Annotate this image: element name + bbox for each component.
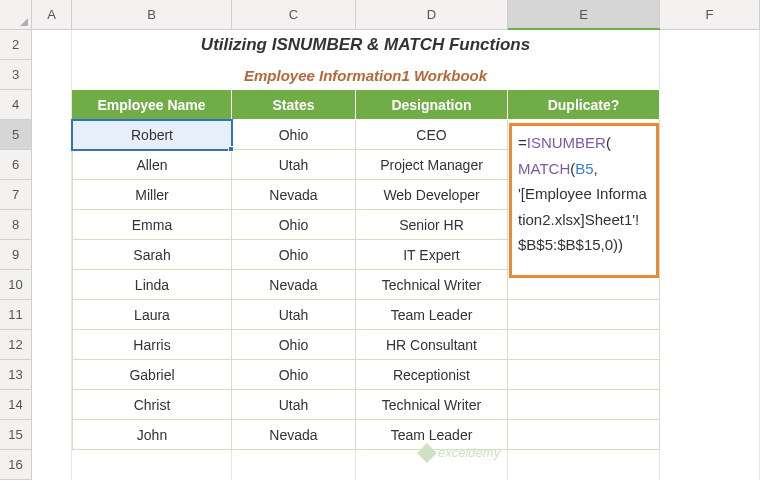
cell-A9[interactable] [32,240,72,270]
col-header-E[interactable]: E [508,0,660,30]
row-header-7[interactable]: 7 [0,180,32,210]
row-header-12[interactable]: 12 [0,330,32,360]
cell-A13[interactable] [32,360,72,390]
cell-C5[interactable]: Ohio [232,120,356,150]
cell-B11[interactable]: Laura [72,300,232,330]
cell-F6[interactable] [660,150,760,180]
cell-F5[interactable] [660,120,760,150]
cell-F14[interactable] [660,390,760,420]
cell-C16[interactable] [232,450,356,480]
cell-B12[interactable]: Harris [72,330,232,360]
header-designation[interactable]: Designation [356,90,508,120]
cell-E16[interactable] [508,450,660,480]
cell-A6[interactable] [32,150,72,180]
col-header-C[interactable]: C [232,0,356,30]
cell-D12[interactable]: HR Consultant [356,330,508,360]
cell-C14[interactable]: Utah [232,390,356,420]
row-header-8[interactable]: 8 [0,210,32,240]
cell-B5[interactable]: Robert [72,120,232,150]
header-states[interactable]: States [232,90,356,120]
cell-C15[interactable]: Nevada [232,420,356,450]
cell-A16[interactable] [32,450,72,480]
cell-F8[interactable] [660,210,760,240]
header-duplicate[interactable]: Duplicate? [508,90,660,120]
row-header-13[interactable]: 13 [0,360,32,390]
col-header-F[interactable]: F [660,0,760,30]
cell-D14[interactable]: Technical Writer [356,390,508,420]
cell-C10[interactable]: Nevada [232,270,356,300]
cell-F16[interactable] [660,450,760,480]
row-header-16[interactable]: 16 [0,450,32,480]
header-employee-name[interactable]: Employee Name [72,90,232,120]
cell-F4[interactable] [660,90,760,120]
cell-F15[interactable] [660,420,760,450]
cell-A15[interactable] [32,420,72,450]
cell-F11[interactable] [660,300,760,330]
cell-D10[interactable]: Technical Writer [356,270,508,300]
col-header-D[interactable]: D [356,0,508,30]
cell-D11[interactable]: Team Leader [356,300,508,330]
cell-B14[interactable]: Christ [72,390,232,420]
cell-F9[interactable] [660,240,760,270]
cell-C8[interactable]: Ohio [232,210,356,240]
cell-F13[interactable] [660,360,760,390]
fill-handle[interactable] [228,146,234,152]
cell-D6[interactable]: Project Manager [356,150,508,180]
cell-A4[interactable] [32,90,72,120]
cell-C13[interactable]: Ohio [232,360,356,390]
cell-E14[interactable] [508,390,660,420]
cell-B8[interactable]: Emma [72,210,232,240]
cell-C7[interactable]: Nevada [232,180,356,210]
cell-B10[interactable]: Linda [72,270,232,300]
row-header-2[interactable]: 2 [0,30,32,60]
cell-F3[interactable] [660,60,760,90]
cell-A14[interactable] [32,390,72,420]
row-header-15[interactable]: 15 [0,420,32,450]
cell-F2[interactable] [660,30,760,60]
cell-F7[interactable] [660,180,760,210]
cell-A8[interactable] [32,210,72,240]
row-header-3[interactable]: 3 [0,60,32,90]
cell-A12[interactable] [32,330,72,360]
cell-E12[interactable] [508,330,660,360]
cell-D13[interactable]: Receptionist [356,360,508,390]
cell-E13[interactable] [508,360,660,390]
cell-F10[interactable] [660,270,760,300]
cell-A3[interactable] [32,60,72,90]
page-title: Utilizing ISNUMBER & MATCH Functions [72,30,660,60]
row-header-9[interactable]: 9 [0,240,32,270]
cell-C9[interactable]: Ohio [232,240,356,270]
cell-F12[interactable] [660,330,760,360]
cell-A11[interactable] [32,300,72,330]
row-header-4[interactable]: 4 [0,90,32,120]
cell-E11[interactable] [508,300,660,330]
row-header-11[interactable]: 11 [0,300,32,330]
cell-C11[interactable]: Utah [232,300,356,330]
col-header-B[interactable]: B [72,0,232,30]
cell-D9[interactable]: IT Expert [356,240,508,270]
cell-C6[interactable]: Utah [232,150,356,180]
cell-A10[interactable] [32,270,72,300]
formula-close: )) [613,236,623,253]
cell-A2[interactable] [32,30,72,60]
row-header-5[interactable]: 5 [0,120,32,150]
row-header-6[interactable]: 6 [0,150,32,180]
row-header-14[interactable]: 14 [0,390,32,420]
cell-E15[interactable] [508,420,660,450]
cell-B15[interactable]: John [72,420,232,450]
cell-B13[interactable]: Gabriel [72,360,232,390]
cell-B9[interactable]: Sarah [72,240,232,270]
cell-B7[interactable]: Miller [72,180,232,210]
cell-D5[interactable]: CEO [356,120,508,150]
select-all-corner[interactable] [0,0,32,30]
col-header-A[interactable]: A [32,0,72,30]
cell-A5[interactable] [32,120,72,150]
cell-D7[interactable]: Web Developer [356,180,508,210]
cell-B6[interactable]: Allen [72,150,232,180]
cell-C12[interactable]: Ohio [232,330,356,360]
row-header-10[interactable]: 10 [0,270,32,300]
cell-D8[interactable]: Senior HR [356,210,508,240]
cell-B16[interactable] [72,450,232,480]
formula-paren: ( [606,134,611,151]
cell-A7[interactable] [32,180,72,210]
